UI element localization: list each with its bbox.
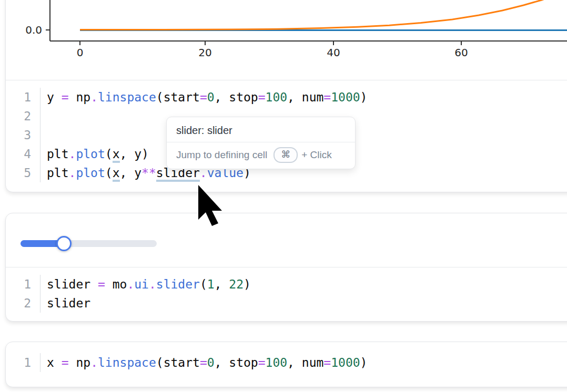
code-token: num <box>302 356 324 369</box>
mouse-cursor-icon <box>197 183 228 233</box>
code-token: , <box>215 90 229 104</box>
code-token: np <box>76 90 90 104</box>
code-token: linspace <box>98 90 156 104</box>
line-number: 2 <box>6 107 40 126</box>
code-token: stop <box>229 90 258 104</box>
code-text: plt.plot(x, y) <box>40 145 149 163</box>
code-token <box>69 356 76 369</box>
code-token: = <box>323 356 331 369</box>
line-number: 2 <box>6 294 40 313</box>
code-token: . <box>90 90 98 104</box>
code-token: linspace <box>98 356 156 369</box>
tooltip-title: slider: slider <box>167 121 355 142</box>
tooltip-hint: Jump to defining cell <box>176 149 267 161</box>
code-token: 22 <box>229 277 244 291</box>
code-token: . <box>127 277 134 291</box>
line-number: 1 <box>6 353 40 372</box>
code-token: , <box>215 356 229 369</box>
code-token: plt <box>47 166 69 180</box>
slider-handle[interactable] <box>56 236 72 251</box>
code-token <box>54 356 62 369</box>
code-token: = <box>323 90 331 104</box>
notebook-cell-slider: 1slider = mo.ui.slider(1, 22)2slider <box>5 213 567 322</box>
code-token <box>54 90 62 104</box>
code-token <box>90 277 98 291</box>
code-token: ( <box>105 166 113 180</box>
code-token: x <box>47 356 54 369</box>
line-number: 4 <box>6 145 40 163</box>
code-token: 100 <box>266 90 288 104</box>
code-token: 0 <box>207 356 215 369</box>
y-tick-label: 0.0 <box>25 24 42 36</box>
code-token: slider <box>156 277 200 291</box>
code-token: = <box>258 356 266 369</box>
code-token: , <box>287 90 302 104</box>
code-line[interactable]: 1slider = mo.ui.slider(1, 22) <box>6 275 567 294</box>
x-tick-label: 0 <box>77 46 84 59</box>
code-line[interactable]: 2slider <box>6 294 567 313</box>
code-token: ) <box>360 90 368 104</box>
code-token: stop <box>229 356 258 369</box>
code-token: 0 <box>207 90 215 104</box>
marimo-notebook: 1y = np.linspace(start=0, stop=100, num=… <box>0 0 567 392</box>
code-token: = <box>200 356 207 369</box>
command-key-pill: ⌘ <box>274 147 298 163</box>
slider-output-area <box>6 213 567 267</box>
code-token: = <box>98 277 105 291</box>
plot-line-orange <box>80 0 552 30</box>
code-token: = <box>200 90 207 104</box>
variable-reference[interactable]: x <box>113 166 120 182</box>
code-token: mo <box>113 277 127 291</box>
slider-track[interactable] <box>21 240 157 247</box>
code-token: 100 <box>266 356 288 369</box>
code-text: slider <box>40 294 90 313</box>
code-token: plt <box>47 147 69 161</box>
code-token: slider <box>47 296 90 310</box>
code-token: . <box>69 166 76 180</box>
code-token: start <box>164 90 200 104</box>
code-token: = <box>62 356 69 369</box>
code-token: ) <box>244 277 251 291</box>
line-number: 5 <box>6 163 40 182</box>
code-token: plot <box>76 147 105 161</box>
code-editor-slider[interactable]: 1slider = mo.ui.slider(1, 22)2slider <box>6 267 567 319</box>
code-token: . <box>90 356 98 369</box>
code-text: x = np.linspace(start=0, stop=100, num=1… <box>40 353 367 372</box>
notebook-cell-x: 1x = np.linspace(start=0, stop=100, num=… <box>5 342 567 387</box>
code-token: slider <box>47 277 90 291</box>
code-token: 1000 <box>331 356 360 369</box>
tooltip-hint-suffix: + Click <box>301 149 332 161</box>
code-token: ( <box>200 277 207 291</box>
code-token: ** <box>141 166 156 180</box>
x-ticks <box>80 41 461 45</box>
code-token: plot <box>76 166 105 180</box>
code-token: = <box>62 90 69 104</box>
line-number: 1 <box>6 88 40 107</box>
code-line[interactable]: 1x = np.linspace(start=0, stop=100, num=… <box>6 353 567 372</box>
code-token: start <box>164 356 200 369</box>
code-token: ui <box>134 277 149 291</box>
code-token: , y <box>120 166 142 180</box>
code-token: = <box>258 90 266 104</box>
code-token: , <box>215 277 229 291</box>
code-token: ( <box>156 356 164 369</box>
code-editor-x[interactable]: 1x = np.linspace(start=0, stop=100, num=… <box>6 342 567 379</box>
code-token: ) <box>360 356 368 369</box>
code-token: ( <box>105 147 113 161</box>
code-line[interactable]: 1y = np.linspace(start=0, stop=100, num=… <box>6 88 567 107</box>
code-token: np <box>76 356 90 369</box>
code-token: num <box>302 90 324 104</box>
code-token: ( <box>156 90 164 104</box>
code-text: slider = mo.ui.slider(1, 22) <box>40 275 251 294</box>
code-token: . <box>149 277 156 291</box>
slider-widget[interactable] <box>21 234 178 252</box>
code-token <box>69 90 76 104</box>
code-token <box>105 277 113 291</box>
code-text: y = np.linspace(start=0, stop=100, num=1… <box>40 88 367 107</box>
x-tick-label: 40 <box>327 46 340 59</box>
code-text <box>40 126 47 145</box>
code-token: 1 <box>207 277 215 291</box>
variable-reference[interactable]: x <box>113 147 120 163</box>
code-text <box>40 107 47 126</box>
x-tick-label: 60 <box>454 46 468 59</box>
